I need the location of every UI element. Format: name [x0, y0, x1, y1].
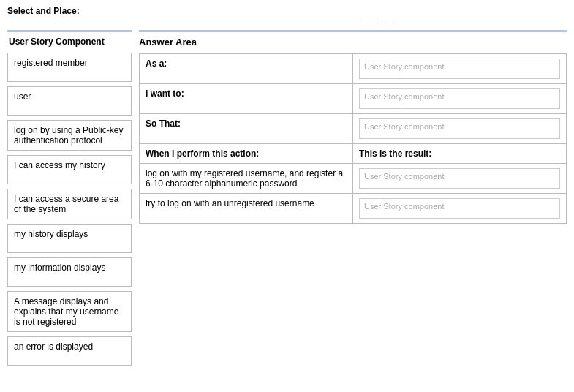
drop-zone-inner[interactable]: User Story component — [359, 198, 560, 219]
drop-zone-action-1[interactable]: User Story component — [353, 164, 567, 194]
main-container: User Story Component registered member u… — [0, 30, 574, 370]
list-item[interactable]: A message displays and explains that my … — [7, 291, 132, 332]
action-cell-2: try to log on with an unregistered usern… — [140, 194, 353, 224]
label-so-that: So That: — [140, 114, 353, 144]
drop-zone-as-a[interactable]: User Story component — [353, 54, 567, 84]
drop-zone-inner[interactable]: User Story component — [359, 88, 560, 109]
list-item[interactable]: log on by using a Public-key authenticat… — [7, 120, 132, 151]
drop-zone-inner[interactable]: User Story component — [359, 59, 560, 79]
list-item[interactable]: my information displays — [7, 257, 132, 287]
label-i-want-to: I want to: — [140, 84, 353, 114]
table-row: I want to: User Story component — [140, 84, 567, 114]
list-item[interactable]: an error is displayed — [7, 336, 132, 366]
drop-zone-i-want-to[interactable]: User Story component — [353, 84, 567, 114]
action-cell-1: log on with my registered username, and … — [140, 164, 353, 194]
header-result: This is the result: — [353, 144, 567, 164]
page-title: Select and Place: — [0, 0, 574, 19]
drag-handle: · · · · · — [183, 19, 574, 27]
list-item[interactable]: I can access my history — [7, 155, 132, 184]
header-when: When I perform this action: — [140, 144, 353, 164]
left-panel: User Story Component registered member u… — [7, 30, 132, 370]
left-panel-title: User Story Component — [7, 37, 132, 47]
drop-zone-action-2[interactable]: User Story component — [353, 194, 567, 224]
table-row: try to log on with an unregistered usern… — [140, 194, 567, 224]
list-item[interactable]: registered member — [7, 53, 132, 82]
list-item[interactable]: user — [7, 86, 132, 116]
drop-zone-inner[interactable]: User Story component — [359, 168, 560, 189]
drop-zone-so-that[interactable]: User Story component — [353, 114, 567, 144]
answer-table: As a: User Story component I want to: Us… — [139, 53, 567, 224]
table-row: log on with my registered username, and … — [140, 164, 567, 194]
table-row: As a: User Story component — [140, 54, 567, 84]
table-row: So That: User Story component — [140, 114, 567, 144]
right-panel: Answer Area As a: User Story component I… — [139, 30, 567, 370]
right-panel-title: Answer Area — [139, 37, 567, 48]
label-as-a: As a: — [140, 54, 353, 84]
drop-zone-inner[interactable]: User Story component — [359, 118, 560, 139]
list-item[interactable]: I can access a secure area of the system — [7, 189, 132, 219]
list-item[interactable]: my history displays — [7, 224, 132, 253]
table-row-header: When I perform this action: This is the … — [140, 144, 567, 164]
